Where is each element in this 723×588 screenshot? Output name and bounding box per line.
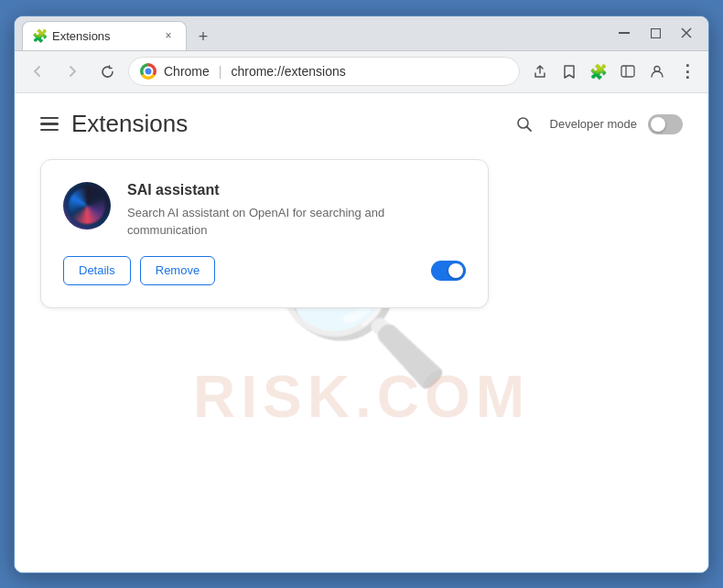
close-button[interactable] [672,20,701,46]
tab-favicon: 🧩 [32,28,47,43]
bookmark-button[interactable] [556,59,582,84]
menu-button[interactable]: ⋮ [674,59,699,84]
svg-rect-4 [621,66,634,77]
svg-rect-1 [651,28,660,37]
developer-mode-label: Developer mode [550,117,637,131]
window-controls [610,20,701,46]
forward-button[interactable] [59,58,86,85]
address-separator: | [219,64,222,79]
extensions-button[interactable]: 🧩 [586,59,611,84]
extension-card: SAI assistant Search AI assistant on Ope… [40,159,489,308]
new-tab-button[interactable]: + [190,25,216,50]
extension-info: SAI assistant Search AI assistant on Ope… [127,182,466,240]
share-button[interactable] [527,59,553,84]
extensions-header: Extensions Developer mode [15,93,708,152]
watermark-text: RISK.COM [193,363,530,431]
active-tab[interactable]: 🧩 Extensions × [22,21,187,50]
remove-button[interactable]: Remove [140,256,215,285]
extensions-list: SAI assistant Search AI assistant on Ope… [15,152,708,315]
chrome-security-icon [140,63,156,80]
extension-icon-inner [69,187,105,224]
extension-name: SAI assistant [127,182,466,198]
developer-mode-toggle[interactable] [648,114,683,134]
browser-window: 🧩 Extensions × + [14,16,709,573]
extension-toggle-area [431,261,466,281]
address-bar[interactable]: Chrome | chrome://extensions [128,57,520,86]
svg-rect-0 [619,32,630,34]
title-bar: 🧩 Extensions × + [15,16,708,51]
tab-area: 🧩 Extensions × + [22,16,604,50]
profile-button[interactable] [644,59,670,84]
hamburger-menu-button[interactable] [40,117,59,132]
page-title: Extensions [71,110,510,138]
maximize-button[interactable] [641,20,670,46]
details-button[interactable]: Details [63,256,131,285]
reload-button[interactable] [93,58,121,85]
extension-icon [63,182,111,230]
tab-close-button[interactable]: × [160,27,177,44]
search-button[interactable] [510,110,539,139]
toolbar: Chrome | chrome://extensions 🧩 ⋮ [15,51,708,93]
extension-enable-toggle[interactable] [431,261,466,281]
address-url: chrome://extensions [231,64,345,79]
page-content: 🔍 RISK.COM Extensions Developer mode [15,93,708,572]
extension-description: Search AI assistant on OpenAI for search… [127,204,466,240]
chrome-brand-text: Chrome [164,64,210,79]
tab-label: Extensions [52,29,111,43]
toolbar-actions: 🧩 ⋮ [527,59,699,84]
svg-line-8 [526,126,531,131]
extension-card-footer: Details Remove [63,256,466,285]
header-actions: Developer mode [510,110,683,139]
back-button[interactable] [24,58,51,85]
sidebar-button[interactable] [615,59,641,84]
minimize-button[interactable] [610,20,639,46]
extension-card-header: SAI assistant Search AI assistant on Ope… [63,182,466,240]
